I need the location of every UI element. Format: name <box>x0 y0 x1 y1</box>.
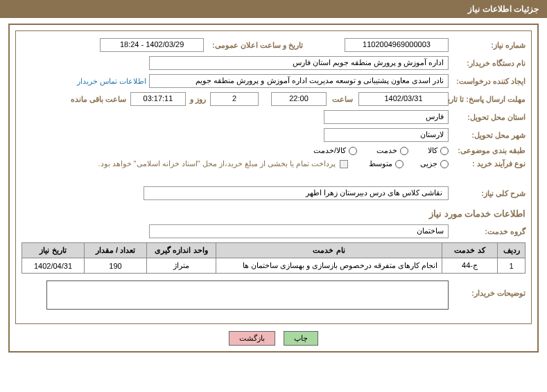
remain-days-suffix: روز و <box>190 95 206 104</box>
page-title-bar: جزئیات اطلاعات نیاز <box>0 0 547 18</box>
category-goods-service-label: کالا/خدمت <box>313 146 346 155</box>
col-name: نام خدمت <box>216 243 442 258</box>
col-row: ردیف <box>498 243 526 258</box>
remain-time-suffix: ساعت باقی مانده <box>71 95 126 104</box>
cell-name: انجام کارهای متفرقه درخصوص بازسازی و بهس… <box>216 258 442 274</box>
cell-unit: متراژ <box>147 258 216 274</box>
category-label: طبقه بندی موضوعی: <box>453 146 526 155</box>
category-goods-option[interactable]: کالا <box>428 146 449 155</box>
category-service-label: خدمت <box>376 146 397 155</box>
services-info-title: اطلاعات خدمات مورد نیاز <box>21 208 526 219</box>
delivery-city-value: لارستان <box>324 128 449 142</box>
radio-icon <box>400 147 408 155</box>
radio-icon <box>349 147 357 155</box>
category-service-option[interactable]: خدمت <box>376 146 408 155</box>
pub-date-label: تاریخ و ساعت اعلان عمومی: <box>212 41 303 50</box>
remain-time-value: 03:17:11 <box>130 92 186 106</box>
radio-icon <box>440 147 449 155</box>
need-no-label: شماره نیاز: <box>453 41 526 50</box>
service-group-label: گروه خدمت: <box>453 227 526 236</box>
buyer-notes-textarea[interactable] <box>46 280 449 310</box>
cell-code: ج-44 <box>442 258 498 274</box>
pub-date-value: 1402/03/29 - 18:24 <box>100 38 204 52</box>
need-no-value: 1102004969000003 <box>345 38 449 52</box>
remain-days-value: 2 <box>210 92 259 106</box>
need-desc-value: نقاشی کلاس های درس دبیرستان زهرا اطهر <box>144 186 449 200</box>
services-table: ردیف کد خدمت نام خدمت واحد اندازه گیری ت… <box>21 242 526 274</box>
process-minor-option[interactable]: جزیی <box>420 159 449 168</box>
cell-date: 1402/04/31 <box>22 258 85 274</box>
col-date: تاریخ نیاز <box>22 243 85 258</box>
need-desc-label: شرح کلی نیاز: <box>453 189 526 198</box>
process-medium-label: متوسط <box>369 159 392 168</box>
deadline-label: مهلت ارسال پاسخ: تا تاریخ: <box>453 95 526 103</box>
radio-icon <box>440 160 449 168</box>
requester-label: ایجاد کننده درخواست: <box>453 77 526 86</box>
buyer-contact-link[interactable]: اطلاعات تماس خریدار <box>77 77 146 86</box>
delivery-province-label: استان محل تحویل: <box>453 113 526 122</box>
treasury-note: پرداخت تمام یا بخشی از مبلغ خرید،از محل … <box>98 159 336 168</box>
buyer-org-label: نام دستگاه خریدار: <box>453 59 526 68</box>
category-goods-service-option[interactable]: کالا/خدمت <box>313 146 357 155</box>
treasury-checkbox[interactable] <box>340 160 348 168</box>
deadline-time-value: 22:00 <box>271 92 327 106</box>
requester-value: نادر اسدی معاون پشتیبانی و توسعه مدیریت … <box>149 74 449 88</box>
cell-row: 1 <box>498 258 526 274</box>
buyer-org-value: اداره آموزش و پرورش منطقه جویم استان فار… <box>149 56 449 70</box>
outer-frame: شماره نیاز: 1102004969000003 تاریخ و ساع… <box>8 24 539 353</box>
print-button[interactable]: چاپ <box>284 331 318 346</box>
service-group-value: ساختمان <box>149 224 449 238</box>
page-title: جزئیات اطلاعات نیاز <box>468 4 539 14</box>
delivery-city-label: شهر محل تحویل: <box>453 131 526 140</box>
deadline-date-value: 1402/03/31 <box>358 92 449 106</box>
form-frame: شماره نیاز: 1102004969000003 تاریخ و ساع… <box>15 30 532 324</box>
table-row: 1 ج-44 انجام کارهای متفرقه درخصوص بازساز… <box>22 258 526 274</box>
table-header-row: ردیف کد خدمت نام خدمت واحد اندازه گیری ت… <box>22 243 526 258</box>
delivery-province-value: فارس <box>324 110 449 124</box>
buyer-notes-label: توضیحات خریدار: <box>453 280 526 298</box>
back-button[interactable]: بازگشت <box>229 331 275 346</box>
col-unit: واحد اندازه گیری <box>147 243 216 258</box>
deadline-time-label: ساعت <box>332 95 353 104</box>
buttons-row: چاپ بازگشت <box>15 331 532 346</box>
category-goods-label: کالا <box>428 146 437 155</box>
col-code: کد خدمت <box>442 243 498 258</box>
process-medium-option[interactable]: متوسط <box>369 159 403 168</box>
radio-icon <box>395 160 403 168</box>
process-type-label: نوع فرآیند خرید : <box>453 159 526 168</box>
col-qty: تعداد / مقدار <box>85 243 147 258</box>
cell-qty: 190 <box>85 258 147 274</box>
process-minor-label: جزیی <box>420 159 437 168</box>
